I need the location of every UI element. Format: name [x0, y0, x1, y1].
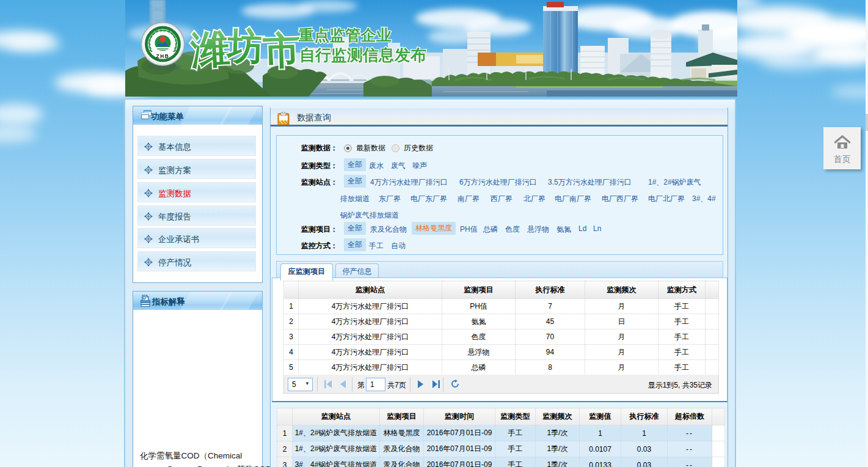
svg-text:自行监测信息发布: 自行监测信息发布 — [299, 46, 426, 64]
svg-text:市: 市 — [262, 29, 301, 72]
svg-text:重点监管企业: 重点监管企业 — [298, 26, 392, 43]
svg-text:坊: 坊 — [225, 25, 265, 67]
svg-text:ZHB: ZHB — [156, 53, 170, 59]
svg-text:潍: 潍 — [189, 26, 232, 72]
